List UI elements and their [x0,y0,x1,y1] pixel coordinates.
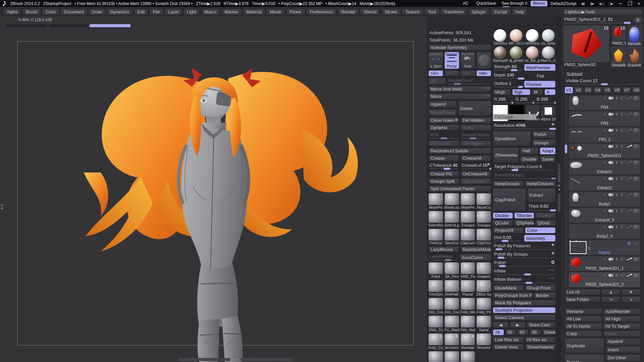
visibility-tab-v1[interactable]: V1 [564,87,573,94]
visibility-tab-v6[interactable]: V6 [613,87,622,94]
paint-brush-icon[interactable] [627,210,631,212]
transpo-thumb[interactable]: Transpo [476,211,491,227]
activate-symmetry-button[interactable]: Activate Symmetry [428,44,491,51]
simpleb-tool-thumb[interactable]: SimpleB [611,46,627,67]
accucurve-button[interactable]: AccuCurve [459,254,492,261]
menu-item[interactable]: Material [243,8,265,15]
split-hidden-button[interactable]: Split Hidden [460,178,492,185]
keepcreases-button[interactable]: KeepCreases [525,180,556,187]
split-unmasked-points-button[interactable]: Split Unmasked Points [428,186,491,192]
bottom-tray-handle[interactable]: ▲▼ [179,358,293,361]
85-button[interactable]: 85 [530,329,541,335]
collapse-left-tray-icon[interactable]: ◀|||| [580,1,586,6]
paint-thumb[interactable]: Paint [428,262,443,279]
current-tool-thumbnail[interactable]: 18 PM3D_Sphere3D [563,25,610,68]
sdiv-slider[interactable]: SDiv [428,132,459,139]
tx-slash-thumb[interactable]: TX_Slash [444,315,459,332]
target-polygons-count-slider[interactable]: Target Polygons Count 5 [493,164,556,171]
projectall-button[interactable]: ProjectAll [493,227,524,234]
visibility-tab-v7[interactable]: V7 [623,87,631,94]
double-button[interactable]: Double [493,212,513,219]
polish-by-features-slider[interactable]: Polish By Features [493,243,556,250]
selectre-thumb[interactable]: SelectRe [428,211,443,227]
right-tray-divider[interactable]: ▶ ◀ [557,16,561,362]
color-button[interactable]: Color [525,227,556,234]
all-low-button[interactable]: All Low [564,316,602,322]
paint-brush-icon[interactable] [627,97,631,100]
radialcount-slider[interactable]: RadialCount [447,77,491,85]
crease-pg-button[interactable]: Crease PG [428,171,459,177]
visibility-tab-v4[interactable]: V4 [593,87,602,94]
polypaint-icon[interactable] [608,113,614,116]
polypaint-icon[interactable] [608,274,614,277]
menu-item[interactable]: Draw [89,8,105,15]
outline-slider[interactable]: Outline 1 [493,81,523,88]
50-button[interactable]: 50 [517,329,529,335]
thick-slider[interactable]: Thick 0.02 [527,203,556,211]
eye-icon[interactable] [633,177,639,180]
all-to-home-button[interactable]: All To Home [564,323,602,329]
show-hideall-button[interactable]: Show/HideAll [525,344,556,350]
list-all-button[interactable]: List All [564,289,600,295]
contrast-icon[interactable] [621,177,625,180]
reconstruct-subdiv-button[interactable]: Reconstruct Subdiv [428,148,491,154]
shift-icon[interactable]: ▼ [603,128,606,132]
marco-m-material-thumb[interactable]: Marco_m [541,47,556,63]
dynamesh-button[interactable]: DynaMesh [493,131,531,146]
border-button[interactable]: Border [534,292,556,299]
accept-button[interactable]: Accept [535,212,556,219]
subtool-item-fr4[interactable]: ▼FR4 [568,95,641,110]
hpolish-thumb[interactable]: hPolish [460,351,476,362]
-button[interactable]: ↳ [622,296,641,303]
eye-icon[interactable] [633,112,639,116]
r-slider[interactable]: R 255 [493,96,513,104]
same-button[interactable]: Same [540,156,556,163]
close-holes-button[interactable]: Close Holes [428,117,459,123]
apply-button[interactable]: Apply [460,124,492,131]
delete-button[interactable]: Delete [564,354,604,362]
clipcurv-thumb[interactable]: ClipCurv [460,228,476,245]
paint-brush-icon[interactable] [627,258,631,261]
spotlight-projection-button[interactable]: Spotlight Projection [493,307,556,313]
eye-icon[interactable] [633,273,639,277]
canvas-tab[interactable] [6,24,47,27]
shift-icon[interactable]: ▼ [603,112,606,116]
shift-icon[interactable]: ▼ [603,225,606,229]
contrast-icon[interactable] [621,145,625,148]
resolution-slider[interactable]: Resolution 4096 [493,122,556,130]
folly-pir-thumb[interactable]: Folly_Pir [476,298,491,314]
clipcircl-thumb[interactable]: ClipCircl [476,228,491,245]
left-tray-arrow-icon[interactable]: ◀ [0,204,2,207]
eye-icon[interactable] [633,225,639,229]
tray-grip-left[interactable] [179,358,230,361]
snakeh-thumb[interactable]: SnakeH [476,262,491,279]
half-button[interactable]: Half [520,147,539,155]
subtool-scrollbar[interactable] [564,95,567,288]
shade-icon[interactable] [616,258,619,261]
qcube-button[interactable]: QCube [493,220,513,226]
subtool-item-extract1[interactable]: ▼Extract1 [568,159,641,175]
polypaint-icon[interactable] [608,145,614,148]
rgb-button[interactable]: Rgb [512,89,531,95]
contrast-icon[interactable] [621,225,625,229]
geometry-button[interactable]: Geometry [524,235,556,242]
r-button[interactable]: R [634,16,642,24]
strength-slider[interactable]: Strength 50 [493,64,523,71]
new-folder-button[interactable]: New Folder [564,296,600,303]
maskpe-thumb[interactable]: MaskPe [428,193,443,210]
canvas-tab[interactable] [49,24,88,27]
menu-item[interactable]: Texture [402,8,423,15]
paint-brush-icon[interactable] [627,274,631,277]
menu-item[interactable]: Zscript [491,8,510,15]
lazyradius-slider[interactable]: LazyRadius [428,254,458,261]
menu-item[interactable]: Movie [266,8,285,15]
spiral-thumb[interactable]: Spiral [476,315,491,332]
menu-item[interactable]: Document [60,8,87,15]
polypaint-icon[interactable] [608,161,614,164]
delete-invis-button[interactable]: Delete Invis [493,344,524,350]
subtool-item-fr5[interactable]: ▼FR5 [568,111,641,126]
shade-icon[interactable] [616,193,619,196]
contrast-icon[interactable] [621,193,625,197]
orb-slal-thumb[interactable]: Orb_Slal [460,315,476,332]
shade-icon[interactable] [616,113,619,116]
